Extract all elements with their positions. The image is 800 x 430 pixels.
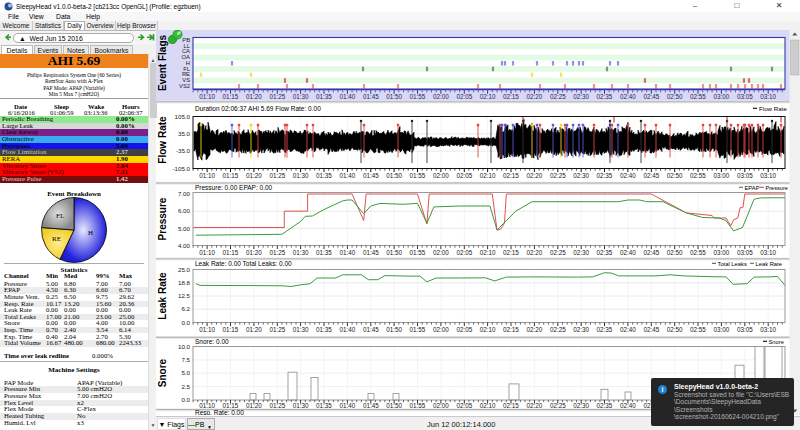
svg-text:02:45: 02:45 [643, 326, 659, 333]
svg-text:02:40: 02:40 [620, 172, 636, 179]
svg-text:01:35: 01:35 [316, 93, 332, 100]
svg-text:02:45: 02:45 [643, 249, 659, 256]
svg-text:01:25: 01:25 [269, 249, 285, 256]
svg-text:01:40: 01:40 [340, 402, 356, 409]
svg-text:02:15: 02:15 [503, 172, 519, 179]
svg-text:03:05: 03:05 [737, 172, 753, 179]
svg-text:01:15: 01:15 [223, 93, 239, 100]
svg-text:7.5: 7.5 [181, 356, 190, 363]
svg-text:02:25: 02:25 [550, 93, 566, 100]
svg-text:4.00: 4.00 [178, 242, 191, 249]
svg-text:01:25: 01:25 [269, 326, 285, 333]
svg-text:02:50: 02:50 [667, 326, 683, 333]
svg-text:Leak Rate: Leak Rate [157, 272, 168, 320]
svg-text:01:30: 01:30 [293, 172, 309, 179]
svg-text:01:35: 01:35 [316, 249, 332, 256]
svg-text:01:20: 01:20 [246, 249, 262, 256]
svg-text:02:20: 02:20 [527, 172, 543, 179]
svg-text:02:20: 02:20 [527, 249, 543, 256]
svg-text:01:10: 01:10 [199, 93, 215, 100]
svg-text:02:10: 02:10 [480, 172, 496, 179]
svg-text:02:10: 02:10 [480, 402, 496, 409]
svg-text:10.0: 10.0 [178, 343, 191, 350]
svg-text:01:45: 01:45 [363, 249, 379, 256]
svg-text:02:05: 02:05 [456, 172, 472, 179]
svg-text:01:50: 01:50 [386, 326, 402, 333]
svg-text:01:55: 01:55 [410, 402, 426, 409]
svg-text:01:50: 01:50 [386, 93, 402, 100]
svg-text:02:40: 02:40 [620, 402, 636, 409]
svg-text:02:30: 02:30 [573, 326, 589, 333]
svg-text:02:40: 02:40 [620, 249, 636, 256]
svg-text:02:55: 02:55 [690, 93, 706, 100]
svg-text:01:40: 01:40 [340, 249, 356, 256]
svg-text:02:30: 02:30 [573, 402, 589, 409]
svg-text:Leak Rate: 0.00 Total Leaks: 0: Leak Rate: 0.00 Total Leaks: 0.00 [195, 260, 292, 267]
svg-text:35.0: 35.0 [178, 130, 191, 137]
svg-text:03:00: 03:00 [714, 172, 730, 179]
svg-text:02:35: 02:35 [597, 172, 613, 179]
svg-text:02:40: 02:40 [620, 326, 636, 333]
svg-text:03:00: 03:00 [714, 249, 730, 256]
svg-text:03:05: 03:05 [737, 326, 753, 333]
svg-text:02:55: 02:55 [690, 326, 706, 333]
svg-text:02:00: 02:00 [433, 249, 449, 256]
svg-text:0.0: 0.0 [181, 396, 190, 403]
svg-text:02:00: 02:00 [433, 172, 449, 179]
svg-text:03:10: 03:10 [760, 249, 776, 256]
svg-text:02:25: 02:25 [550, 172, 566, 179]
svg-text:02:50: 02:50 [667, 172, 683, 179]
svg-text:VS2: VS2 [179, 83, 190, 89]
svg-text:Flow Rate: Flow Rate [759, 105, 787, 112]
svg-text:02:05: 02:05 [456, 326, 472, 333]
svg-text:Snore: Snore [157, 358, 168, 387]
svg-text:01:30: 01:30 [293, 402, 309, 409]
svg-text:5.00: 5.00 [178, 225, 191, 232]
svg-text:01:50: 01:50 [386, 249, 402, 256]
svg-text:Leak Rate: Leak Rate [756, 261, 782, 267]
svg-text:02:30: 02:30 [573, 249, 589, 256]
svg-text:01:35: 01:35 [316, 326, 332, 333]
svg-text:02:00: 02:00 [433, 93, 449, 100]
svg-text:-105.0: -105.0 [172, 165, 190, 172]
svg-text:01:35: 01:35 [316, 172, 332, 179]
svg-text:Flow Rate: Flow Rate [157, 116, 168, 164]
svg-text:02:35: 02:35 [597, 93, 613, 100]
svg-text:Total Leaks: Total Leaks [718, 261, 747, 267]
svg-text:02:30: 02:30 [573, 93, 589, 100]
svg-text:2.5: 2.5 [181, 383, 190, 390]
svg-text:18.8: 18.8 [178, 279, 191, 286]
svg-text:Snore: 0.00: Snore: 0.00 [195, 338, 229, 345]
svg-text:01:10: 01:10 [199, 172, 215, 179]
svg-text:02:45: 02:45 [643, 93, 659, 100]
svg-text:01:15: 01:15 [223, 249, 239, 256]
svg-text:02:05: 02:05 [456, 402, 472, 409]
svg-text:02:15: 02:15 [503, 93, 519, 100]
svg-text:Event Flags: Event Flags [157, 35, 168, 92]
svg-text:01:25: 01:25 [269, 93, 285, 100]
svg-text:02:05: 02:05 [456, 93, 472, 100]
svg-text:02:20: 02:20 [527, 402, 543, 409]
svg-text:03:05: 03:05 [737, 93, 753, 100]
svg-text:RE: RE [52, 235, 61, 243]
svg-text:-35.0: -35.0 [176, 147, 191, 154]
svg-text:02:25: 02:25 [550, 326, 566, 333]
svg-text:01:15: 01:15 [223, 402, 239, 409]
svg-text:02:45: 02:45 [643, 172, 659, 179]
svg-text:02:10: 02:10 [480, 93, 496, 100]
svg-text:02:20: 02:20 [527, 326, 543, 333]
svg-text:Snore: Snore [769, 339, 784, 345]
svg-text:6.2: 6.2 [181, 305, 190, 312]
svg-text:0.0: 0.0 [181, 319, 190, 326]
svg-text:02:40: 02:40 [620, 93, 636, 100]
svg-text:01:45: 01:45 [363, 326, 379, 333]
svg-text:6.00: 6.00 [178, 207, 191, 214]
svg-text:02:00: 02:00 [433, 402, 449, 409]
svg-text:01:10: 01:10 [199, 249, 215, 256]
svg-text:01:20: 01:20 [246, 326, 262, 333]
svg-text:02:35: 02:35 [597, 249, 613, 256]
svg-text:01:10: 01:10 [199, 402, 215, 409]
svg-text:01:55: 01:55 [410, 93, 426, 100]
svg-text:01:30: 01:30 [293, 249, 309, 256]
svg-text:01:20: 01:20 [246, 93, 262, 100]
